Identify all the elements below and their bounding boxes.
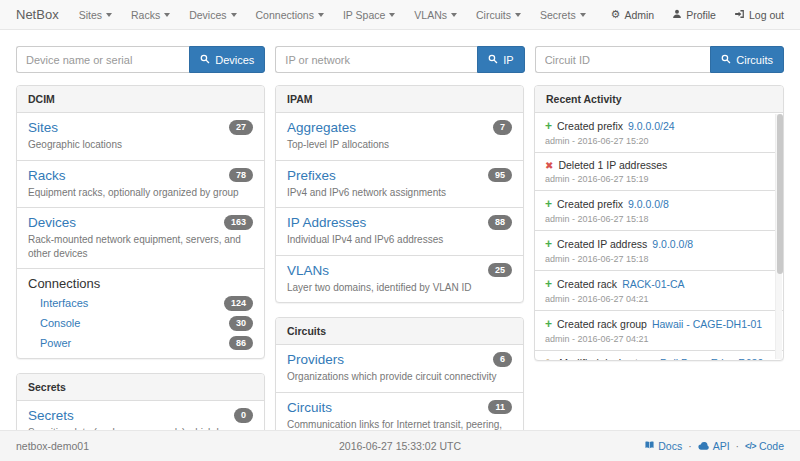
navbar: NetBox Sites Racks Devices Connections I… (0, 0, 800, 30)
activity-object-link[interactable]: Hawaii - CAGE-DH1-01 (652, 318, 762, 330)
app-brand[interactable]: NetBox (16, 7, 59, 22)
prefixes-count-badge: 95 (488, 168, 512, 183)
secrets-link[interactable]: Secrets (28, 408, 74, 423)
docs-link[interactable]: Docs (644, 440, 682, 452)
circuit-search-button[interactable]: Circuits (710, 46, 784, 73)
ip-search-group: IP (275, 46, 524, 73)
plus-icon: + (545, 317, 552, 331)
scrollbar-thumb[interactable] (777, 114, 783, 274)
providers-link[interactable]: Providers (287, 352, 344, 367)
chevron-down-icon (515, 13, 521, 17)
admin-link[interactable]: ⚙ Admin (611, 9, 655, 21)
devices-count-badge: 163 (224, 215, 253, 230)
activity-meta: admin - 2016-06-27 15:19 (545, 174, 763, 184)
activity-meta: admin - 2016-06-27 04:21 (545, 334, 763, 344)
connections-interfaces-row: Interfaces 124 (28, 291, 253, 311)
devices-desc: Rack-mounted network equipment, servers,… (28, 233, 253, 260)
profile-link[interactable]: Profile (672, 9, 716, 21)
book-icon (644, 440, 655, 452)
activity-row: ✎Modified device typeDell PowerEdge R630… (535, 350, 783, 361)
sites-link[interactable]: Sites (28, 120, 58, 135)
racks-link[interactable]: Racks (28, 168, 66, 183)
ipam-panel: IPAM Aggregates 7 Top-level IP allocatio… (275, 85, 524, 303)
circuits-link[interactable]: Circuits (287, 400, 332, 415)
power-count-badge: 86 (229, 336, 253, 351)
nav-ip-space[interactable]: IP Space (343, 9, 395, 21)
nav-secrets[interactable]: Secrets (540, 9, 586, 21)
chevron-down-icon (106, 13, 112, 17)
column-dcim: DCIM Sites 27 Geographic locations Racks… (16, 85, 265, 461)
cloud-icon (698, 440, 710, 452)
activity-row: +Created rack groupHawaii - CAGE-DH1-01 … (535, 310, 783, 350)
chevron-down-icon (451, 13, 457, 17)
pencil-icon: ✎ (545, 357, 554, 361)
api-link[interactable]: API (698, 440, 730, 452)
providers-count-badge: 6 (493, 352, 512, 367)
sites-desc: Geographic locations (28, 138, 253, 152)
ip-search-input[interactable] (275, 46, 477, 73)
list-item: VLANs 25 Layer two domains, identified b… (276, 255, 523, 303)
activity-scrollbar[interactable] (775, 114, 782, 359)
chevron-down-icon (231, 13, 237, 17)
sites-count-badge: 27 (229, 120, 253, 135)
x-icon: ✖ (545, 160, 553, 171)
nav-menu: Sites Racks Devices Connections IP Space… (79, 9, 586, 21)
ip-addresses-count-badge: 88 (488, 215, 512, 230)
devices-link[interactable]: Devices (28, 215, 76, 230)
activity-object-link[interactable]: 9.0.0.0/8 (628, 198, 669, 210)
prefixes-desc: IPv4 and IPv6 network assignments (287, 186, 512, 200)
search-icon (721, 54, 731, 66)
activity-object-link[interactable]: 9.0.0.0/8 (652, 238, 693, 250)
ip-addresses-link[interactable]: IP Addresses (287, 215, 366, 230)
logout-link[interactable]: Log out (734, 9, 784, 21)
footer: netbox-demo01 2016-06-27 15:33:02 UTC Do… (0, 430, 800, 461)
connections-section: Connections Interfaces 124 Console 30 Po… (17, 268, 264, 358)
vlans-link[interactable]: VLANs (287, 263, 329, 278)
aggregates-desc: Top-level IP allocations (287, 138, 512, 152)
activity-object-link[interactable]: RACK-01-CA (622, 278, 684, 290)
footer-links: Docs · API · </> Code (644, 440, 784, 452)
chevron-down-icon (389, 13, 395, 17)
aggregates-link[interactable]: Aggregates (287, 120, 356, 135)
list-item: Aggregates 7 Top-level IP allocations (276, 113, 523, 160)
device-search-button[interactable]: Devices (189, 46, 265, 73)
activity-row: ✖Deleted 1 IP addresses admin - 2016-06-… (535, 152, 783, 190)
circuit-search-group: Circuits (535, 46, 784, 73)
activity-action: Created IP address (557, 238, 647, 250)
nav-connections[interactable]: Connections (256, 9, 324, 21)
prefixes-link[interactable]: Prefixes (287, 168, 336, 183)
ip-addresses-desc: Individual IPv4 and IPv6 addresses (287, 233, 512, 247)
connections-title: Connections (28, 276, 253, 291)
search-row: Devices IP Circuits (0, 30, 800, 85)
separator: · (688, 440, 692, 452)
ip-search-button[interactable]: IP (477, 46, 524, 73)
power-link[interactable]: Power (40, 337, 71, 349)
activity-object-link[interactable]: Dell PowerEdge R630 (660, 357, 763, 361)
secrets-count-badge: 0 (234, 408, 253, 423)
column-activity: Recent Activity +Created prefix9.0.0.0/2… (534, 85, 784, 375)
list-item: Racks 78 Equipment racks, optionally org… (17, 160, 264, 208)
device-search-input[interactable] (16, 46, 189, 73)
circuit-search-input[interactable] (535, 46, 711, 73)
activity-row: +Created IP address9.0.0.0/8 admin - 201… (535, 230, 783, 270)
nav-devices[interactable]: Devices (189, 9, 236, 21)
nav-racks[interactable]: Racks (131, 9, 170, 21)
activity-action: Created rack group (557, 318, 647, 330)
plus-icon: + (545, 197, 552, 211)
vlans-count-badge: 25 (488, 263, 512, 278)
code-link[interactable]: </> Code (745, 440, 784, 452)
nav-sites[interactable]: Sites (79, 9, 112, 21)
interfaces-link[interactable]: Interfaces (40, 297, 88, 309)
logout-icon (734, 9, 745, 21)
activity-action: Deleted 1 IP addresses (558, 159, 667, 171)
column-ipam: IPAM Aggregates 7 Top-level IP allocatio… (275, 85, 524, 461)
plus-icon: + (545, 119, 552, 133)
activity-action: Modified device type (559, 357, 655, 361)
connections-console-row: Console 30 (28, 311, 253, 331)
console-link[interactable]: Console (40, 317, 80, 329)
activity-object-link[interactable]: 9.0.0.0/24 (628, 120, 675, 132)
nav-vlans[interactable]: VLANs (414, 9, 457, 21)
activity-row: +Created prefix9.0.0.0/24 admin - 2016-0… (535, 113, 783, 152)
nav-circuits[interactable]: Circuits (476, 9, 521, 21)
list-item: Sites 27 Geographic locations (17, 113, 264, 160)
